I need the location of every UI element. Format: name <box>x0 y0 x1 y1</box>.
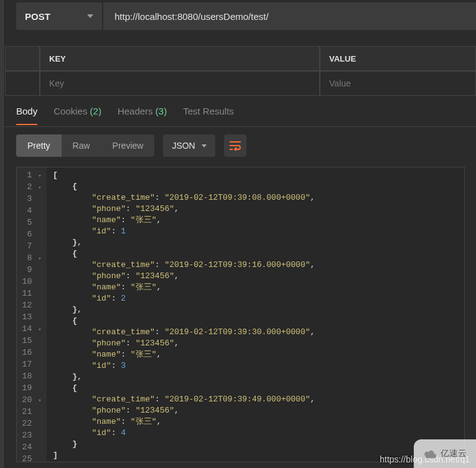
request-bar: POST <box>5 0 476 32</box>
response-tabs: Body Cookies (2) Headers (3) Test Result… <box>5 96 476 127</box>
raw-button[interactable]: Raw <box>62 134 101 157</box>
params-value-header: VALUE <box>320 46 476 71</box>
chevron-down-icon <box>87 14 93 18</box>
format-value: JSON <box>172 141 195 151</box>
params-input-row <box>5 71 476 96</box>
tab-headers-count: (3) <box>156 106 167 116</box>
params-header-row: KEY VALUE <box>5 46 476 71</box>
params-table: KEY VALUE <box>5 46 476 96</box>
tab-headers-label: Headers <box>118 106 153 116</box>
tab-body[interactable]: Body <box>16 106 37 125</box>
cloud-icon <box>423 447 437 461</box>
code-content: [ { "create_time": "2019-02-12T09:39:08.… <box>47 167 315 462</box>
tab-headers[interactable]: Headers (3) <box>118 106 167 125</box>
pretty-button[interactable]: Pretty <box>16 134 62 157</box>
watermark-badge: 亿速云 <box>414 439 476 468</box>
wrap-lines-button[interactable] <box>224 134 246 157</box>
http-method-select[interactable]: POST <box>16 2 102 30</box>
params-checkbox-header <box>5 46 40 71</box>
window-left-border <box>0 0 5 468</box>
wrap-icon <box>229 141 241 151</box>
view-mode-group: Pretty Raw Preview <box>16 134 154 157</box>
tab-cookies[interactable]: Cookies (2) <box>54 106 101 125</box>
line-numbers: 1 ▾ 2 ▾ 3 4 5 6 7 8 ▾ 9 10 11 12 13 14 ▾… <box>17 167 47 462</box>
params-key-input[interactable] <box>49 78 313 88</box>
tab-test-results-label: Test Results <box>183 106 234 116</box>
tab-test-results[interactable]: Test Results <box>183 106 234 125</box>
body-view-toolbar: Pretty Raw Preview JSON <box>5 127 476 164</box>
format-select[interactable]: JSON <box>163 134 215 157</box>
params-value-input[interactable] <box>329 78 469 88</box>
tab-cookies-count: (2) <box>90 106 101 116</box>
chevron-down-icon <box>202 144 207 147</box>
tab-body-label: Body <box>16 106 37 116</box>
http-method-value: POST <box>25 11 50 22</box>
params-key-header: KEY <box>40 46 320 71</box>
params-checkbox-cell[interactable] <box>5 71 40 96</box>
preview-button[interactable]: Preview <box>101 134 155 157</box>
url-input[interactable] <box>103 2 476 30</box>
tab-cookies-label: Cookies <box>54 106 87 116</box>
watermark-badge-text: 亿速云 <box>441 448 467 459</box>
response-body[interactable]: 1 ▾ 2 ▾ 3 4 5 6 7 8 ▾ 9 10 11 12 13 14 ▾… <box>16 167 465 462</box>
